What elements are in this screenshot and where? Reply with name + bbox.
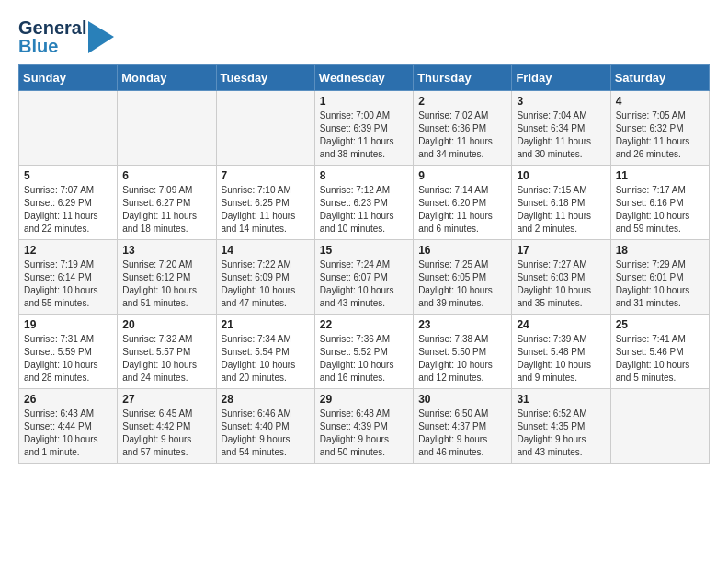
calendar-cell: 20Sunrise: 7:32 AMSunset: 5:57 PMDayligh… [118,315,216,389]
day-info: Sunrise: 7:04 AMSunset: 6:34 PMDaylight:… [517,109,605,161]
day-info: Sunrise: 6:43 AMSunset: 4:44 PMDaylight:… [24,408,112,459]
day-info: Sunrise: 7:19 AMSunset: 6:14 PMDaylight:… [24,259,112,310]
day-info: Sunrise: 7:32 AMSunset: 5:57 PMDaylight:… [122,333,210,385]
day-info: Sunrise: 7:02 AMSunset: 6:36 PMDaylight:… [418,109,506,161]
day-number: 19 [24,318,112,331]
day-number: 21 [222,318,310,331]
calendar-cell: 22Sunrise: 7:36 AMSunset: 5:52 PMDayligh… [314,315,413,389]
weekday-header-saturday: Saturday [610,65,709,91]
day-number: 23 [418,318,506,331]
logo-general: General [18,18,86,37]
calendar-cell [19,91,118,166]
day-number: 9 [418,169,506,182]
day-info: Sunrise: 7:34 AMSunset: 5:54 PMDaylight:… [222,333,310,385]
day-info: Sunrise: 7:27 AMSunset: 6:03 PMDaylight:… [517,259,605,310]
day-number: 18 [616,244,704,257]
day-number: 13 [122,244,210,257]
weekday-header-tuesday: Tuesday [216,65,314,91]
calendar-cell: 7Sunrise: 7:10 AMSunset: 6:25 PMDaylight… [216,166,314,240]
day-number: 17 [517,244,605,257]
day-number: 16 [418,244,506,257]
logo-blue: Blue [18,37,86,55]
day-info: Sunrise: 7:14 AMSunset: 6:20 PMDaylight:… [418,184,506,236]
day-info: Sunrise: 7:15 AMSunset: 6:18 PMDaylight:… [517,184,605,236]
calendar-cell: 29Sunrise: 6:48 AMSunset: 4:39 PMDayligh… [314,389,413,464]
day-number: 25 [616,318,704,331]
day-info: Sunrise: 7:22 AMSunset: 6:09 PMDaylight:… [222,259,310,310]
logo-arrow-icon [88,21,114,53]
day-number: 6 [122,169,210,182]
day-number: 30 [418,393,506,406]
day-number: 27 [122,393,210,406]
calendar-week-3: 12Sunrise: 7:19 AMSunset: 6:14 PMDayligh… [19,240,710,315]
day-info: Sunrise: 7:39 AMSunset: 5:48 PMDaylight:… [517,333,605,385]
day-number: 12 [24,244,112,257]
day-info: Sunrise: 7:41 AMSunset: 5:46 PMDaylight:… [616,333,704,385]
calendar-week-4: 19Sunrise: 7:31 AMSunset: 5:59 PMDayligh… [19,315,710,389]
svg-marker-0 [88,21,114,53]
calendar-cell: 10Sunrise: 7:15 AMSunset: 6:18 PMDayligh… [512,166,610,240]
day-number: 5 [24,169,112,182]
calendar-cell: 28Sunrise: 6:46 AMSunset: 4:40 PMDayligh… [216,389,314,464]
calendar-cell: 8Sunrise: 7:12 AMSunset: 6:23 PMDaylight… [314,166,413,240]
calendar-cell: 3Sunrise: 7:04 AMSunset: 6:34 PMDaylight… [512,91,610,166]
day-number: 14 [222,244,310,257]
day-info: Sunrise: 6:52 AMSunset: 4:35 PMDaylight:… [517,408,605,459]
day-info: Sunrise: 7:05 AMSunset: 6:32 PMDaylight:… [616,109,704,161]
calendar-cell: 13Sunrise: 7:20 AMSunset: 6:12 PMDayligh… [118,240,216,315]
day-info: Sunrise: 7:38 AMSunset: 5:50 PMDaylight:… [418,333,506,385]
day-info: Sunrise: 7:00 AMSunset: 6:39 PMDaylight:… [320,109,408,161]
day-number: 10 [517,169,605,182]
calendar-cell: 24Sunrise: 7:39 AMSunset: 5:48 PMDayligh… [512,315,610,389]
calendar-cell: 17Sunrise: 7:27 AMSunset: 6:03 PMDayligh… [512,240,610,315]
day-number: 8 [320,169,408,182]
day-number: 31 [517,393,605,406]
weekday-header-thursday: Thursday [414,65,512,91]
calendar-cell: 27Sunrise: 6:45 AMSunset: 4:42 PMDayligh… [118,389,216,464]
day-number: 7 [222,169,310,182]
calendar-cell: 19Sunrise: 7:31 AMSunset: 5:59 PMDayligh… [19,315,118,389]
day-number: 24 [517,318,605,331]
day-number: 20 [122,318,210,331]
calendar-cell: 5Sunrise: 7:07 AMSunset: 6:29 PMDaylight… [19,166,118,240]
calendar-cell: 23Sunrise: 7:38 AMSunset: 5:50 PMDayligh… [414,315,512,389]
day-info: Sunrise: 7:17 AMSunset: 6:16 PMDaylight:… [616,184,704,236]
calendar-cell [118,91,216,166]
calendar-cell: 9Sunrise: 7:14 AMSunset: 6:20 PMDaylight… [414,166,512,240]
calendar-cell: 15Sunrise: 7:24 AMSunset: 6:07 PMDayligh… [314,240,413,315]
calendar-cell: 26Sunrise: 6:43 AMSunset: 4:44 PMDayligh… [19,389,118,464]
calendar-cell [610,389,709,464]
day-info: Sunrise: 7:25 AMSunset: 6:05 PMDaylight:… [418,259,506,310]
day-info: Sunrise: 7:31 AMSunset: 5:59 PMDaylight:… [24,333,112,385]
calendar-cell [216,91,314,166]
day-number: 1 [320,95,408,108]
calendar-cell: 18Sunrise: 7:29 AMSunset: 6:01 PMDayligh… [610,240,709,315]
day-info: Sunrise: 7:36 AMSunset: 5:52 PMDaylight:… [320,333,408,385]
day-info: Sunrise: 7:10 AMSunset: 6:25 PMDaylight:… [222,184,310,236]
day-number: 15 [320,244,408,257]
calendar-cell: 12Sunrise: 7:19 AMSunset: 6:14 PMDayligh… [19,240,118,315]
calendar-cell: 1Sunrise: 7:00 AMSunset: 6:39 PMDaylight… [314,91,413,166]
calendar-week-5: 26Sunrise: 6:43 AMSunset: 4:44 PMDayligh… [19,389,710,464]
calendar-cell: 31Sunrise: 6:52 AMSunset: 4:35 PMDayligh… [512,389,610,464]
weekday-header-monday: Monday [118,65,216,91]
page-header: General Blue [18,18,710,55]
day-info: Sunrise: 7:09 AMSunset: 6:27 PMDaylight:… [122,184,210,236]
calendar-cell: 21Sunrise: 7:34 AMSunset: 5:54 PMDayligh… [216,315,314,389]
day-number: 4 [616,95,704,108]
calendar-cell: 4Sunrise: 7:05 AMSunset: 6:32 PMDaylight… [610,91,709,166]
logo: General Blue [18,18,114,55]
day-number: 28 [222,393,310,406]
calendar-cell: 25Sunrise: 7:41 AMSunset: 5:46 PMDayligh… [610,315,709,389]
day-info: Sunrise: 7:12 AMSunset: 6:23 PMDaylight:… [320,184,408,236]
day-info: Sunrise: 7:29 AMSunset: 6:01 PMDaylight:… [616,259,704,310]
day-number: 26 [24,393,112,406]
calendar-table: SundayMondayTuesdayWednesdayThursdayFrid… [18,64,710,464]
day-info: Sunrise: 6:50 AMSunset: 4:37 PMDaylight:… [418,408,506,459]
day-info: Sunrise: 7:20 AMSunset: 6:12 PMDaylight:… [122,259,210,310]
day-info: Sunrise: 7:24 AMSunset: 6:07 PMDaylight:… [320,259,408,310]
calendar-cell: 6Sunrise: 7:09 AMSunset: 6:27 PMDaylight… [118,166,216,240]
calendar-cell: 30Sunrise: 6:50 AMSunset: 4:37 PMDayligh… [414,389,512,464]
day-number: 3 [517,95,605,108]
calendar-week-1: 1Sunrise: 7:00 AMSunset: 6:39 PMDaylight… [19,91,710,166]
